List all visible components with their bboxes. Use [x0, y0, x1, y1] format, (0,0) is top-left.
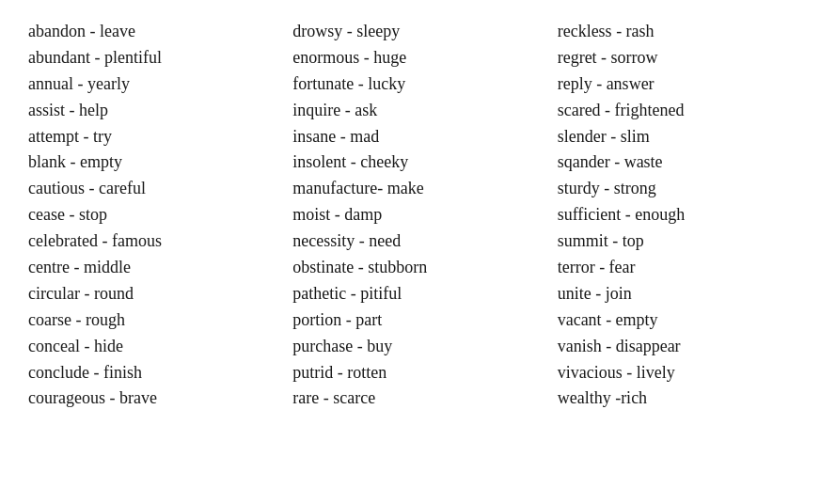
word-pair-item: attempt - try: [28, 124, 274, 150]
word-pair-item: centre - middle: [28, 255, 274, 281]
word-pair-item: celebrated - famous: [28, 228, 274, 255]
column-2: drowsy - sleepyenormous - hugefortunate …: [283, 19, 547, 412]
word-pair-item: sturdy - strong: [558, 176, 803, 202]
word-pair-item: wealthy -rich: [558, 386, 803, 412]
word-pair-item: reply - answer: [558, 71, 803, 98]
word-pair-item: annual - yearly: [28, 71, 274, 98]
column-1: abandon - leaveabundant - plentifulannua…: [24, 19, 283, 412]
column-3: reckless - rashregret - sorrowreply - an…: [548, 19, 812, 412]
word-pair-item: drowsy - sleepy: [292, 19, 538, 45]
word-pair-item: sqander - waste: [558, 150, 803, 176]
word-pair-item: purchase - buy: [292, 334, 538, 360]
word-pairs-container: abandon - leaveabundant - plentifulannua…: [24, 19, 812, 412]
word-pair-item: necessity - need: [292, 228, 538, 255]
word-pair-item: circular - round: [28, 281, 274, 307]
word-pair-item: blank - empty: [28, 150, 274, 176]
word-pair-item: reckless - rash: [558, 19, 803, 45]
word-pair-item: fortunate - lucky: [292, 71, 538, 98]
word-pair-item: pathetic - pitiful: [292, 281, 538, 307]
word-pair-item: rare - scarce: [292, 386, 538, 412]
word-pair-item: regret - sorrow: [558, 45, 803, 71]
word-pair-item: terror - fear: [558, 255, 803, 281]
word-pair-item: cautious - careful: [28, 176, 274, 202]
word-pair-item: vivacious - lively: [558, 360, 803, 386]
word-pair-item: vanish - disappear: [558, 334, 803, 360]
word-pair-item: scared - frightened: [558, 98, 803, 124]
word-pair-item: conclude - finish: [28, 360, 274, 386]
word-pair-item: abundant - plentiful: [28, 45, 274, 71]
word-pair-item: moist - damp: [292, 202, 538, 228]
word-pair-item: portion - part: [292, 307, 538, 334]
word-pair-item: manufacture- make: [292, 176, 538, 202]
word-pair-item: coarse - rough: [28, 307, 274, 334]
word-pair-item: putrid - rotten: [292, 360, 538, 386]
word-pair-item: cease - stop: [28, 202, 274, 228]
word-pair-item: summit - top: [558, 228, 803, 255]
word-pair-item: conceal - hide: [28, 334, 274, 360]
word-pair-item: sufficient - enough: [558, 202, 803, 228]
word-pair-item: obstinate - stubborn: [292, 255, 538, 281]
word-pair-item: insolent - cheeky: [292, 150, 538, 176]
word-pair-item: vacant - empty: [558, 307, 803, 334]
word-pair-item: courageous - brave: [28, 386, 274, 412]
word-pair-item: inquire - ask: [292, 98, 538, 124]
word-pair-item: enormous - huge: [292, 45, 538, 71]
word-pair-item: abandon - leave: [28, 19, 274, 45]
word-pair-item: assist - help: [28, 98, 274, 124]
word-pair-item: slender - slim: [558, 124, 803, 150]
word-pair-item: unite - join: [558, 281, 803, 307]
word-pair-item: insane - mad: [292, 124, 538, 150]
